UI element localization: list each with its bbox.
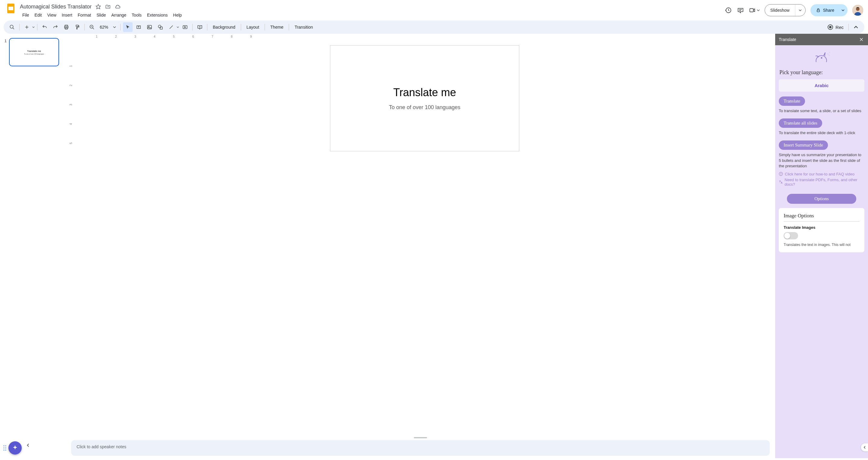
insert-summary-button[interactable]: Insert Summary Slide	[779, 141, 828, 150]
canvas-scroll[interactable]: Translate me To one of over 100 language…	[74, 40, 775, 435]
video-placeholder-icon[interactable]	[180, 22, 190, 32]
sidepanel-header: Translate	[775, 34, 868, 45]
textbox-icon[interactable]	[134, 22, 144, 32]
filmstrip[interactable]: 1 Translate me To one of over 100 langua…	[0, 34, 66, 458]
menu-arrange[interactable]: Arrange	[109, 11, 129, 19]
header-actions: Slideshow Share	[725, 2, 863, 16]
line-icon	[166, 22, 176, 32]
slide-thumbnail[interactable]: Translate me To one of over 100 language…	[9, 38, 59, 66]
menu-file[interactable]: File	[20, 11, 32, 19]
menu-edit[interactable]: Edit	[32, 11, 44, 19]
thumb-subtitle: To one of over 100 languages	[24, 53, 44, 55]
slideshow-button[interactable]: Slideshow	[765, 4, 795, 16]
menu-insert[interactable]: Insert	[59, 11, 75, 19]
slideshow-dropdown[interactable]	[795, 4, 805, 16]
search-menus-icon[interactable]	[7, 22, 17, 32]
svg-rect-22	[147, 25, 152, 29]
explore-fab[interactable]	[8, 441, 22, 455]
move-folder-icon[interactable]	[105, 4, 111, 10]
account-avatar[interactable]	[852, 5, 863, 16]
zoom-dropdown[interactable]	[111, 22, 118, 32]
svg-rect-5	[750, 9, 753, 12]
addon-sidepanel: Translate Pick your language: Arabic Tra…	[775, 34, 868, 458]
zoom-level[interactable]: 62%	[98, 25, 110, 30]
menu-tools[interactable]: Tools	[129, 11, 144, 19]
menu-extensions[interactable]: Extensions	[145, 11, 170, 19]
filmstrip-collapse-icon[interactable]	[25, 442, 31, 448]
svg-line-26	[170, 26, 173, 29]
side-panel-show-icon[interactable]	[861, 443, 868, 452]
caret-down-icon	[177, 26, 179, 28]
line-button[interactable]	[166, 22, 179, 32]
history-icon[interactable]	[725, 7, 732, 14]
paint-format-icon[interactable]	[72, 22, 82, 32]
svg-rect-1	[8, 7, 13, 10]
svg-point-37	[5, 446, 6, 447]
slide-title-text[interactable]: Translate me	[393, 86, 456, 99]
slide-canvas[interactable]: Translate me To one of over 100 language…	[330, 45, 519, 151]
sidepanel-body[interactable]: Pick your language: Arabic Translate To …	[775, 45, 868, 458]
menu-view[interactable]: View	[45, 11, 59, 19]
theme-button[interactable]: Theme	[267, 22, 287, 32]
record-icon	[828, 24, 833, 30]
menu-format[interactable]: Format	[75, 11, 93, 19]
separator	[289, 24, 289, 30]
comment-add-icon[interactable]	[195, 22, 205, 32]
translate-all-button[interactable]: Translate all slides	[779, 119, 822, 128]
select-tool-icon[interactable]	[123, 22, 133, 32]
slide-subtitle-text[interactable]: To one of over 100 languages	[389, 104, 460, 111]
print-icon[interactable]	[61, 22, 71, 32]
translate-images-toggle[interactable]	[784, 232, 798, 239]
drag-handle-icon[interactable]	[3, 445, 7, 451]
explore-area	[3, 441, 22, 455]
menu-slide[interactable]: Slide	[94, 11, 108, 19]
faq-link[interactable]: Click here for our how-to and FAQ video	[779, 172, 864, 176]
svg-marker-2	[96, 4, 101, 9]
card-title: Image Options	[784, 213, 860, 221]
cloud-status-icon[interactable]	[115, 4, 121, 10]
thumb-title: Translate me	[27, 50, 41, 53]
background-button[interactable]: Background	[210, 22, 239, 32]
ruler-horizontal: 1 2 3 4 5 6 7 8 9	[74, 34, 770, 40]
share-button[interactable]: Share	[810, 4, 838, 16]
shape-button[interactable]	[156, 22, 165, 32]
image-icon[interactable]	[145, 22, 154, 32]
svg-point-41	[5, 450, 6, 451]
workspace: 1 Translate me To one of over 100 langua…	[0, 34, 868, 458]
close-icon[interactable]	[858, 36, 864, 42]
zoom-out-icon[interactable]	[87, 22, 97, 32]
slide-number: 1	[3, 38, 7, 66]
separator	[241, 24, 241, 30]
other-docs-link[interactable]: Need to translate PDFs, Forms, and other…	[779, 178, 864, 187]
plus-icon	[22, 22, 32, 32]
comments-icon[interactable]	[737, 7, 744, 14]
transition-button[interactable]: Transition	[291, 22, 316, 32]
title-area: Automagical Slides Translator File Edit …	[20, 2, 722, 19]
translate-button[interactable]: Translate	[779, 96, 805, 106]
translate-all-description: To translate the entire slide deck with …	[779, 130, 864, 136]
summary-description: Simply have us summarize your presentati…	[779, 152, 864, 169]
svg-marker-28	[185, 27, 186, 28]
star-icon[interactable]	[95, 4, 101, 10]
document-title[interactable]: Automagical Slides Translator	[20, 4, 92, 10]
app-header: Automagical Slides Translator File Edit …	[0, 0, 868, 19]
undo-icon[interactable]	[40, 22, 50, 32]
svg-rect-25	[160, 27, 162, 29]
menu-help[interactable]: Help	[170, 11, 184, 19]
redo-icon[interactable]	[51, 22, 60, 32]
separator	[848, 24, 849, 30]
slides-app-icon[interactable]	[5, 2, 17, 14]
meet-button[interactable]	[749, 7, 760, 13]
speaker-notes[interactable]: Click to add speaker notes	[71, 440, 770, 456]
record-button[interactable]: Rec	[825, 24, 846, 30]
share-label: Share	[823, 8, 834, 13]
language-selector[interactable]: Arabic	[779, 79, 864, 92]
layout-button[interactable]: Layout	[244, 22, 262, 32]
separator	[265, 24, 265, 30]
notes-resize-handle[interactable]	[66, 435, 775, 440]
options-header: Options	[787, 194, 856, 204]
collapse-toolbar-icon[interactable]	[851, 22, 861, 32]
share-dropdown[interactable]	[838, 4, 847, 16]
filmstrip-item[interactable]: 1 Translate me To one of over 100 langua…	[3, 38, 63, 66]
new-slide-button[interactable]	[22, 22, 35, 32]
